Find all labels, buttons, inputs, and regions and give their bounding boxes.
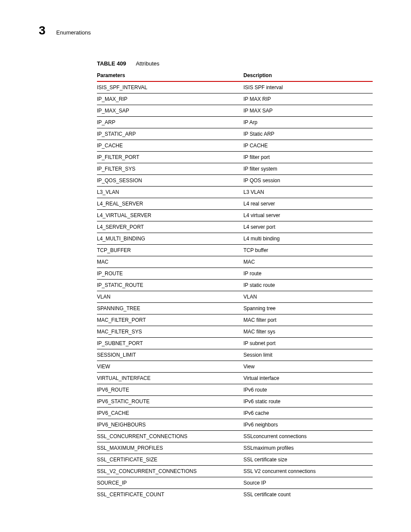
cell-parameter: VIRTUAL_INTERFACE — [97, 373, 243, 384]
cell-parameter: IP_ROUTE — [97, 268, 243, 280]
cell-parameter: MAC_FILTER_PORT — [97, 314, 243, 326]
cell-parameter: IP_STATIC_ARP — [97, 128, 243, 140]
table-header-row: Parameters Description — [97, 70, 373, 81]
cell-parameter: VLAN — [97, 291, 243, 303]
cell-description: MAC filter sys — [243, 326, 373, 338]
cell-parameter: IP_SUBNET_PORT — [97, 338, 243, 349]
table-row: IP_STATIC_ARPIP Static ARP — [97, 128, 373, 140]
cell-parameter: SOURCE_IP — [97, 477, 243, 489]
cell-parameter: IPV6_NEIGHBOURS — [97, 419, 243, 431]
cell-parameter: SSL_CERTIFICATE_COUNT — [97, 489, 243, 501]
cell-description: IPv6 neighbors — [243, 419, 373, 431]
cell-parameter: IP_MAX_RIP — [97, 93, 243, 105]
table-row: SSL_MAXIMUM_PROFILESSSLmaximum profiles — [97, 442, 373, 454]
table-row: SESSION_LIMITSession limit — [97, 349, 373, 361]
cell-parameter: SSL_V2_CONCURRENT_CONNECTIONS — [97, 466, 243, 477]
table-row: IP_ARPIP Arp — [97, 117, 373, 128]
cell-description: MAC — [243, 256, 373, 268]
cell-description: TCP buffer — [243, 245, 373, 256]
cell-description: Virtual interface — [243, 373, 373, 384]
table-row: IPV6_STATIC_ROUTEIPv6 static route — [97, 396, 373, 408]
cell-description: IP Static ARP — [243, 128, 373, 140]
cell-parameter: SSL_CONCURRENT_CONNECTIONS — [97, 431, 243, 442]
cell-parameter: SESSION_LIMIT — [97, 349, 243, 361]
cell-description: SSLmaximum profiles — [243, 442, 373, 454]
cell-description: IP subnet port — [243, 338, 373, 349]
cell-parameter: IP_STATIC_ROUTE — [97, 280, 243, 291]
cell-description: SSL V2 concurrent connections — [243, 466, 373, 477]
cell-parameter: L4_MULTI_BINDING — [97, 233, 243, 245]
cell-description: IP route — [243, 268, 373, 280]
table-row: ISIS_SPF_INTERVALISIS SPF interval — [97, 81, 373, 93]
cell-description: Session limit — [243, 349, 373, 361]
table-row: MAC_FILTER_PORTMAC filter port — [97, 314, 373, 326]
table-row: VLANVLAN — [97, 291, 373, 303]
section-title: Enumerations — [56, 29, 91, 36]
cell-parameter: SSL_MAXIMUM_PROFILES — [97, 442, 243, 454]
table-row: IP_MAX_RIPIP MAX RIP — [97, 93, 373, 105]
cell-parameter: MAC — [97, 256, 243, 268]
table-number: TABLE 409 — [97, 60, 126, 67]
cell-description: L4 server port — [243, 221, 373, 233]
cell-description: SSL certificate size — [243, 454, 373, 466]
cell-description: Source IP — [243, 477, 373, 489]
table-row: SOURCE_IPSource IP — [97, 477, 373, 489]
table-row: SSL_CERTIFICATE_SIZESSL certificate size — [97, 454, 373, 466]
cell-description: L4 multi binding — [243, 233, 373, 245]
table-row: IP_QOS_SESSIONIP QOS session — [97, 175, 373, 187]
cell-description: SSL certificate count — [243, 489, 373, 501]
cell-parameter: SSL_CERTIFICATE_SIZE — [97, 454, 243, 466]
table-row: L4_VIRTUAL_SERVERL4 virtual server — [97, 210, 373, 221]
content-area: TABLE 409 Attributes Parameters Descript… — [97, 59, 373, 500]
cell-description: MAC filter port — [243, 314, 373, 326]
table-row: IPV6_CACHEIPv6 cache — [97, 408, 373, 419]
cell-parameter: IP_FILTER_SYS — [97, 163, 243, 175]
cell-description: IP MAX RIP — [243, 93, 373, 105]
cell-parameter: IPV6_ROUTE — [97, 384, 243, 396]
page-header: 3 Enumerations — [39, 24, 91, 37]
cell-parameter: IP_ARP — [97, 117, 243, 128]
cell-description: IP static route — [243, 280, 373, 291]
cell-parameter: L4_SERVER_PORT — [97, 221, 243, 233]
cell-description: IPv6 static route — [243, 396, 373, 408]
cell-description: VLAN — [243, 291, 373, 303]
cell-description: IP CACHE — [243, 140, 373, 152]
table-row: MACMAC — [97, 256, 373, 268]
cell-parameter: IP_MAX_SAP — [97, 105, 243, 117]
table-row: L4_SERVER_PORTL4 server port — [97, 221, 373, 233]
cell-description: IPv6 cache — [243, 408, 373, 419]
cell-description: IP Arp — [243, 117, 373, 128]
cell-parameter: IP_FILTER_PORT — [97, 152, 243, 163]
table-row: SSL_CONCURRENT_CONNECTIONSSSLconcurrent … — [97, 431, 373, 442]
cell-description: SSLconcurrent connections — [243, 431, 373, 442]
cell-description: L3 VLAN — [243, 187, 373, 198]
cell-parameter: ISIS_SPF_INTERVAL — [97, 81, 243, 93]
table-row: IP_FILTER_SYSIP filter system — [97, 163, 373, 175]
table-row: SPANNING_TREESpanning tree — [97, 303, 373, 314]
cell-parameter: IP_CACHE — [97, 140, 243, 152]
cell-description: IP MAX SAP — [243, 105, 373, 117]
table-row: IP_MAX_SAPIP MAX SAP — [97, 105, 373, 117]
cell-parameter: VIEW — [97, 361, 243, 373]
table-row: L4_REAL_SERVERL4 real server — [97, 198, 373, 210]
cell-description: Spanning tree — [243, 303, 373, 314]
cell-description: IPv6 route — [243, 384, 373, 396]
table-title: TABLE 409 Attributes — [97, 59, 373, 67]
cell-description: IP filter system — [243, 163, 373, 175]
table-row: TCP_BUFFERTCP buffer — [97, 245, 373, 256]
table-row: IP_SUBNET_PORTIP subnet port — [97, 338, 373, 349]
table-row: IP_ROUTEIP route — [97, 268, 373, 280]
table-row: IP_CACHEIP CACHE — [97, 140, 373, 152]
table-row: SSL_V2_CONCURRENT_CONNECTIONSSSL V2 conc… — [97, 466, 373, 477]
table-row: VIEWView — [97, 361, 373, 373]
cell-parameter: SPANNING_TREE — [97, 303, 243, 314]
table-row: L3_VLANL3 VLAN — [97, 187, 373, 198]
cell-description: View — [243, 361, 373, 373]
table-row: IP_STATIC_ROUTEIP static route — [97, 280, 373, 291]
table-caption: Attributes — [136, 60, 159, 67]
table-row: IPV6_NEIGHBOURSIPv6 neighbors — [97, 419, 373, 431]
table-row: IPV6_ROUTEIPv6 route — [97, 384, 373, 396]
cell-parameter: IPV6_CACHE — [97, 408, 243, 419]
cell-description: IP QOS session — [243, 175, 373, 187]
table-row: VIRTUAL_INTERFACEVirtual interface — [97, 373, 373, 384]
